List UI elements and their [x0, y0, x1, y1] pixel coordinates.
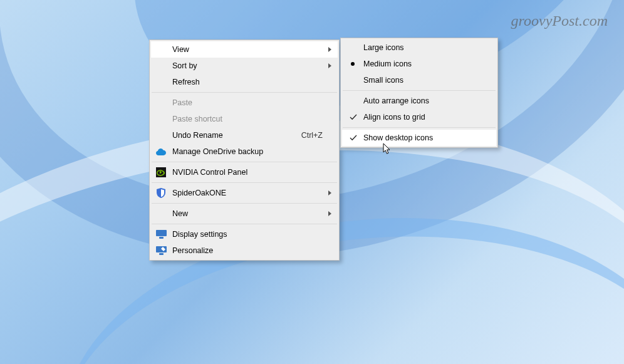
- separator: [152, 203, 337, 204]
- menu-label: View: [172, 45, 323, 54]
- submenu-item-show-desktop-icons[interactable]: Show desktop icons: [342, 130, 496, 146]
- menu-label: Personalize: [172, 246, 323, 255]
- menu-label: SpiderOakONE: [172, 189, 323, 197]
- submenu-item-align-to-grid[interactable]: Align icons to grid: [342, 109, 496, 125]
- chevron-right-icon: [328, 211, 331, 216]
- personalize-icon: [155, 245, 167, 256]
- keyboard-accelerator: Ctrl+Z: [301, 131, 323, 140]
- submenu-item-large-icons[interactable]: Large icons: [342, 39, 496, 56]
- menu-label: Small icons: [363, 76, 481, 85]
- separator: [152, 162, 337, 162]
- menu-item-undo-rename[interactable]: Undo Rename Ctrl+Z: [151, 127, 338, 143]
- menu-label: Display settings: [172, 230, 323, 239]
- menu-item-nvidia-control-panel[interactable]: NVIDIA Control Panel: [151, 164, 338, 180]
- menu-item-paste: Paste: [151, 95, 338, 111]
- separator: [152, 92, 337, 93]
- radio-bullet-icon: [351, 62, 355, 66]
- menu-label: Auto arrange icons: [363, 96, 481, 105]
- menu-item-paste-shortcut: Paste shortcut: [151, 111, 338, 127]
- menu-item-view[interactable]: View: [151, 41, 338, 58]
- submenu-item-small-icons[interactable]: Small icons: [342, 72, 496, 88]
- menu-label: Sort by: [172, 61, 323, 70]
- menu-label: Large icons: [363, 43, 481, 52]
- separator: [152, 224, 337, 224]
- menu-label: Manage OneDrive backup: [172, 147, 323, 156]
- menu-label: Undo Rename: [172, 131, 289, 140]
- menu-label: NVIDIA Control Panel: [172, 168, 323, 177]
- submenu-item-medium-icons[interactable]: Medium icons: [342, 56, 496, 72]
- menu-item-sort-by[interactable]: Sort by: [151, 58, 338, 74]
- separator: [343, 90, 496, 91]
- watermark-text: groovyPost.com: [511, 13, 608, 29]
- checkmark-icon: [350, 113, 357, 121]
- menu-item-onedrive-backup[interactable]: Manage OneDrive backup: [151, 143, 338, 160]
- menu-label: Paste shortcut: [172, 115, 323, 123]
- desktop-context-menu: View Sort by Refresh Paste Paste shortcu…: [149, 39, 340, 261]
- cloud-icon: [155, 146, 167, 157]
- view-submenu: Large icons Medium icons Small icons Aut…: [340, 38, 498, 148]
- menu-item-new[interactable]: New: [151, 205, 338, 222]
- svg-rect-1: [156, 230, 167, 236]
- menu-label: Refresh: [172, 78, 323, 86]
- menu-item-display-settings[interactable]: Display settings: [151, 226, 338, 242]
- menu-label: Medium icons: [363, 60, 481, 68]
- menu-label: New: [172, 209, 323, 218]
- menu-item-personalize[interactable]: Personalize: [151, 242, 338, 259]
- menu-label: Align icons to grid: [363, 113, 481, 122]
- chevron-right-icon: [328, 47, 331, 52]
- shield-icon: [155, 187, 167, 199]
- separator: [343, 127, 496, 128]
- nvidia-icon: [155, 167, 167, 178]
- svg-rect-4: [159, 253, 164, 255]
- checkmark-icon: [350, 134, 357, 142]
- menu-label: Show desktop icons: [363, 133, 481, 142]
- separator: [152, 182, 337, 183]
- chevron-right-icon: [328, 190, 331, 195]
- monitor-icon: [155, 229, 167, 240]
- submenu-item-auto-arrange[interactable]: Auto arrange icons: [342, 93, 496, 109]
- svg-rect-2: [159, 237, 164, 239]
- chevron-right-icon: [328, 63, 331, 68]
- menu-label: Paste: [172, 98, 323, 107]
- menu-item-refresh[interactable]: Refresh: [151, 74, 338, 90]
- menu-item-spideroak[interactable]: SpiderOakONE: [151, 185, 338, 201]
